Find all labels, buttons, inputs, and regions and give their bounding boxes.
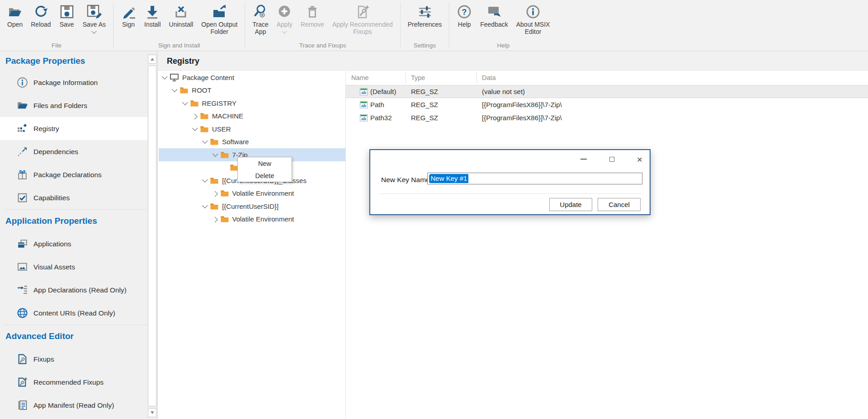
tree-node-root[interactable]: ROOT bbox=[159, 84, 345, 97]
tree-node-label: USER bbox=[212, 125, 231, 133]
scrollbar-thumb[interactable] bbox=[148, 66, 156, 406]
tree-expander-collapsed-icon[interactable] bbox=[212, 191, 218, 197]
new-key-name-input[interactable]: New Key #1 bbox=[427, 173, 642, 184]
page-title: Registry bbox=[167, 51, 199, 71]
about-msix-editor-button[interactable]: About MSIX Editor bbox=[513, 3, 554, 35]
context-menu-item-delete[interactable]: Delete bbox=[238, 169, 292, 182]
tree-expander-collapsed-icon[interactable] bbox=[192, 114, 198, 120]
app-manifest-icon bbox=[16, 400, 28, 411]
cell-type: REG_SZ bbox=[411, 85, 438, 98]
ribbon-group-help: ?HelpFeedbackAbout MSIX EditorHelp bbox=[449, 0, 557, 51]
install-button[interactable]: Install bbox=[141, 3, 165, 28]
ribbon-toolbar: OpenReloadSaveSave AsFileSignInstallUnin… bbox=[0, 0, 868, 51]
tree-expander-collapsed-icon[interactable] bbox=[212, 217, 218, 223]
ribbon-group-buttons: ?HelpFeedbackAbout MSIX Editor bbox=[453, 0, 553, 42]
sidebar-item-package-declarations[interactable]: Package Declarations bbox=[0, 163, 147, 186]
folder-icon bbox=[210, 203, 218, 210]
tree-expander-expanded-icon[interactable] bbox=[182, 99, 188, 105]
column-separator[interactable] bbox=[476, 72, 477, 83]
grid-row-default[interactable]: ab(Default)REG_SZ(value not set) bbox=[346, 85, 868, 98]
sidebar-item-dependencies[interactable]: Dependencies bbox=[0, 140, 147, 163]
folder-icon bbox=[190, 100, 198, 107]
context-menu-item-new[interactable]: New bbox=[238, 157, 292, 169]
tree-expander-expanded-icon[interactable] bbox=[202, 202, 208, 208]
tree-expander-expanded-icon[interactable] bbox=[202, 138, 208, 144]
tree-node-package-content[interactable]: Package Content bbox=[159, 71, 345, 84]
column-header-name[interactable]: Name bbox=[351, 71, 369, 85]
reload-button[interactable]: Reload bbox=[27, 3, 54, 28]
sidebar-item-files-and-folders[interactable]: Files and Folders bbox=[0, 94, 147, 117]
column-separator[interactable] bbox=[406, 72, 406, 83]
tree-node-volatile-environment[interactable]: Volatile Environment bbox=[159, 187, 345, 200]
ribbon-group-file: OpenReloadSaveSave AsFile bbox=[0, 0, 113, 51]
ribbon-button-label: Apply Recommended Fixups bbox=[332, 21, 393, 35]
apply-recommended-fixups-icon bbox=[355, 3, 370, 21]
tree-node-label: Volatile Environment bbox=[232, 189, 294, 197]
open-button[interactable]: Open bbox=[4, 3, 26, 28]
sidebar-item-app-manifest-read-only[interactable]: App Manifest (Read Only) bbox=[0, 394, 147, 417]
save-as-button[interactable]: Save As bbox=[79, 3, 109, 33]
sidebar-item-applications[interactable]: Applications bbox=[0, 232, 147, 255]
ribbon-button-label: Save bbox=[60, 21, 74, 28]
tree-node-user[interactable]: USER bbox=[159, 122, 345, 136]
sidebar-item-content-uris-read-only[interactable]: Content URIs (Read Only) bbox=[0, 301, 147, 325]
tree-expander-expanded-icon[interactable] bbox=[212, 151, 218, 157]
tree-node-label: REGISTRY bbox=[202, 99, 236, 107]
minimize-icon[interactable] bbox=[580, 155, 587, 164]
column-header-type[interactable]: Type bbox=[411, 71, 425, 85]
cancel-button[interactable]: Cancel bbox=[598, 198, 641, 211]
ribbon-group-label: Trace and Fixups bbox=[249, 42, 396, 51]
trace-app-button[interactable]: Trace App bbox=[249, 3, 272, 35]
preferences-sliders-icon bbox=[417, 3, 433, 21]
ribbon-group-buttons: OpenReloadSaveSave As bbox=[4, 0, 109, 42]
apply-plus-icon bbox=[277, 3, 292, 21]
sidebar-scrollbar[interactable] bbox=[147, 51, 157, 419]
sidebar-item-package-information[interactable]: Package Information bbox=[0, 71, 147, 94]
tree-node-machine[interactable]: MACHINE bbox=[159, 110, 345, 123]
ribbon-button-label: Apply bbox=[277, 21, 292, 28]
tree-node-registry[interactable]: REGISTRY bbox=[159, 97, 345, 110]
tree-node-software[interactable]: Software bbox=[159, 136, 345, 149]
save-button[interactable]: Save bbox=[56, 3, 78, 28]
sidebar-item-visual-assets[interactable]: Visual Assets bbox=[0, 255, 147, 278]
sidebar-item-capabilities[interactable]: Capabilities bbox=[0, 186, 147, 209]
tree-expander-expanded-icon[interactable] bbox=[192, 125, 198, 131]
sidebar-item-fixups[interactable]: Fixups bbox=[0, 348, 147, 371]
tree-expander-expanded-icon[interactable] bbox=[172, 86, 178, 92]
tree-expander-expanded-icon[interactable] bbox=[162, 74, 168, 80]
sign-button[interactable]: Sign bbox=[117, 3, 140, 28]
svg-text:ab: ab bbox=[361, 89, 366, 94]
fixups-icon bbox=[16, 353, 28, 365]
open-output-folder-button[interactable]: Open Output Folder bbox=[198, 3, 241, 35]
close-icon[interactable]: × bbox=[636, 155, 643, 164]
uninstall-button[interactable]: Uninstall bbox=[165, 3, 197, 28]
triangle-up-icon bbox=[151, 58, 154, 61]
ribbon-group-buttons: Trace AppApplyRemoveApply Recommended Fi… bbox=[249, 0, 396, 42]
preferences-button[interactable]: Preferences bbox=[404, 3, 445, 28]
scroll-down-button[interactable] bbox=[148, 408, 156, 417]
folder-icon bbox=[221, 190, 229, 197]
tree-node-label: MACHINE bbox=[212, 112, 243, 120]
sidebar-item-label: App Manifest (Read Only) bbox=[33, 401, 114, 410]
scroll-up-button[interactable] bbox=[148, 55, 156, 64]
tree-node-label: ROOT bbox=[192, 86, 211, 94]
update-button[interactable]: Update bbox=[549, 198, 592, 211]
computer-icon bbox=[170, 74, 179, 81]
tree-expander-expanded-icon[interactable] bbox=[202, 177, 208, 183]
feedback-button[interactable]: Feedback bbox=[476, 3, 511, 28]
visual-assets-icon bbox=[16, 261, 28, 273]
input-selected-text: New Key #1 bbox=[430, 174, 469, 183]
maximize-icon[interactable] bbox=[608, 155, 615, 164]
help-button[interactable]: ?Help bbox=[453, 3, 476, 28]
string-value-icon: ab bbox=[360, 114, 368, 122]
grid-row-path32[interactable]: abPath32REG_SZ[{ProgramFilesX86}]\7-Zip\ bbox=[346, 111, 868, 124]
sidebar-item-recommended-fixups[interactable]: Recommended Fixups bbox=[0, 371, 147, 394]
sidebar-item-label: Package Information bbox=[33, 79, 98, 87]
tree-node-currentusersid[interactable]: [{CurrentUserSID}] bbox=[159, 200, 345, 213]
ribbon-group-label: File bbox=[4, 42, 109, 51]
column-header-data[interactable]: Data bbox=[482, 71, 496, 85]
sidebar-item-registry[interactable]: Registry bbox=[0, 117, 147, 140]
tree-node-volatile-environment[interactable]: Volatile Environment bbox=[159, 213, 345, 226]
sidebar-item-app-declarations-read-only[interactable]: App Declarations (Read Only) bbox=[0, 278, 147, 301]
grid-row-path[interactable]: abPathREG_SZ[{ProgramFilesX86}]\7-Zip\ bbox=[346, 98, 868, 111]
